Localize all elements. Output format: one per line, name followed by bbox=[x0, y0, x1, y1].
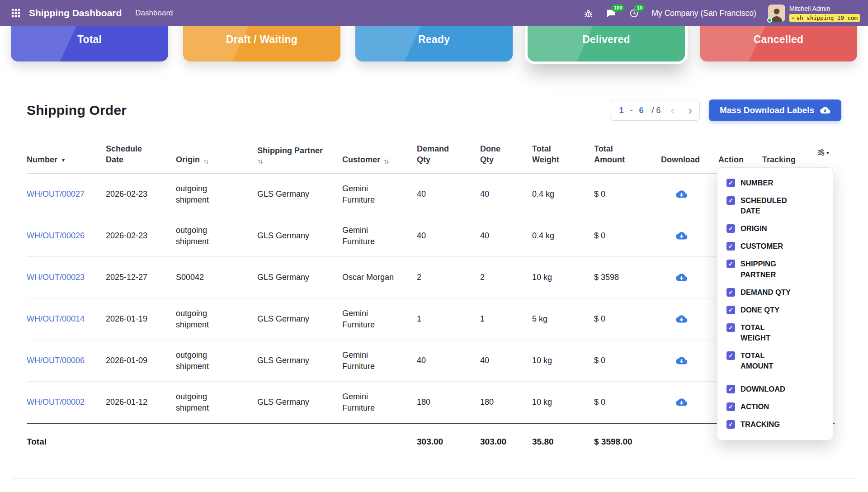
column-toggle-demand-qty[interactable]: ✓DEMAND QTY bbox=[717, 284, 833, 301]
total-demand-qty: 303.00 bbox=[417, 436, 480, 448]
table-row: WH/OUT/00014 2026-01-19 outgoing shipmen… bbox=[27, 298, 835, 340]
pager-total: / 6 bbox=[652, 106, 661, 115]
shipping-orders-table: Number▼ Schedule Date Origin Shipping Pa… bbox=[27, 134, 835, 459]
checkbox-checked-icon: ✓ bbox=[726, 323, 735, 332]
col-header-number[interactable]: Number▼ bbox=[27, 134, 106, 173]
column-toggle-done-qty[interactable]: ✓DONE QTY bbox=[717, 301, 833, 319]
cell-total-weight: 0.4 kg bbox=[532, 230, 594, 241]
order-number-link[interactable]: WH/OUT/00002 bbox=[27, 397, 85, 407]
cell-total-amount: $ 0 bbox=[594, 397, 661, 407]
cell-shipping-partner: GLS Germany bbox=[257, 272, 342, 283]
cell-total-weight: 10 kg bbox=[532, 355, 594, 366]
top-navbar: Shipping Dashboard Dashboard 100 10 My C… bbox=[0, 0, 868, 26]
col-header-schedule-date: Schedule Date bbox=[106, 134, 176, 173]
cell-shipping-partner: GLS Germany bbox=[257, 397, 342, 407]
download-label-button[interactable] bbox=[675, 270, 689, 284]
cell-total-amount: $ 0 bbox=[594, 355, 661, 366]
cell-demand-qty: 40 bbox=[417, 230, 480, 241]
checkbox-checked-icon: ✓ bbox=[726, 260, 735, 268]
sort-updown-icon bbox=[203, 158, 209, 165]
column-toggle-customer[interactable]: ✓CUSTOMER bbox=[717, 237, 833, 255]
apps-grid-icon[interactable] bbox=[8, 5, 24, 21]
checkbox-checked-icon: ✓ bbox=[726, 420, 735, 429]
cell-customer: Oscar Morgan bbox=[342, 272, 417, 283]
cell-demand-qty: 2 bbox=[417, 272, 480, 283]
cell-shipping-partner: GLS Germany bbox=[257, 355, 342, 366]
cell-origin: S00042 bbox=[176, 272, 257, 283]
checkbox-checked-icon: ✓ bbox=[726, 306, 735, 314]
page-title: Shipping Order bbox=[27, 103, 127, 118]
activities-clock-icon[interactable]: 10 bbox=[628, 8, 640, 19]
sort-updown-icon bbox=[383, 158, 390, 165]
cell-shipping-partner: GLS Germany bbox=[257, 313, 342, 324]
pager-dash: - bbox=[630, 106, 633, 115]
table-total-row: Total 303.00 303.00 35.80 $ 3598.00 bbox=[27, 423, 835, 459]
checkbox-checked-icon: ✓ bbox=[726, 385, 735, 393]
cell-total-weight: 10 kg bbox=[532, 397, 594, 407]
column-toggle-number[interactable]: ✓NUMBER bbox=[717, 174, 833, 192]
column-toggle-action[interactable]: ✓ACTION bbox=[717, 398, 833, 416]
cell-customer: Gemini Furniture bbox=[342, 391, 417, 413]
messages-icon[interactable]: 100 bbox=[605, 8, 617, 19]
order-number-link[interactable]: WH/OUT/00023 bbox=[27, 273, 85, 282]
download-label-button[interactable] bbox=[675, 312, 689, 326]
column-toggle-scheduled-date[interactable]: ✓SCHEDULED DATE bbox=[717, 192, 833, 220]
company-switcher[interactable]: My Company (San Francisco) bbox=[651, 9, 756, 18]
col-header-total-amount: Total Amount bbox=[594, 134, 661, 173]
order-number-link[interactable]: WH/OUT/00027 bbox=[27, 189, 85, 199]
table-row: WH/OUT/00002 2026-01-12 outgoing shipmen… bbox=[27, 382, 835, 423]
cell-total-amount: $ 3598 bbox=[594, 272, 661, 283]
download-label-button[interactable] bbox=[675, 354, 689, 368]
column-settings-icon[interactable]: ▾ bbox=[816, 148, 829, 165]
column-toggle-origin[interactable]: ✓ORIGIN bbox=[717, 220, 833, 237]
cell-customer: Gemini Furniture bbox=[342, 183, 417, 205]
pager-prev-button[interactable]: ‹ bbox=[667, 104, 679, 117]
column-toggle-total-amount[interactable]: ✓TOTAL AMOUNT bbox=[717, 347, 833, 375]
nav-dashboard[interactable]: Dashboard bbox=[135, 9, 173, 18]
col-header-customer[interactable]: Customer bbox=[342, 134, 417, 173]
col-header-origin[interactable]: Origin bbox=[176, 134, 257, 173]
cell-total-weight: 10 kg bbox=[532, 272, 594, 283]
order-number-link[interactable]: WH/OUT/00026 bbox=[27, 231, 85, 240]
order-number-link[interactable]: WH/OUT/00006 bbox=[27, 356, 85, 365]
column-toggle-total-weight[interactable]: ✓TOTAL WEIGHT bbox=[717, 319, 833, 347]
cell-schedule-date: 2026-01-12 bbox=[106, 397, 176, 407]
cell-schedule-date: 2025-12-27 bbox=[106, 272, 176, 283]
checkbox-checked-icon: ✓ bbox=[726, 288, 735, 297]
cell-done-qty: 40 bbox=[480, 355, 532, 366]
user-menu[interactable]: Mitchell Admin ≡sh_shipping_19_com bbox=[768, 5, 860, 22]
table-row: WH/OUT/00006 2026-01-09 outgoing shipmen… bbox=[27, 340, 835, 382]
download-label-button[interactable] bbox=[675, 395, 689, 409]
cell-total-amount: $ 0 bbox=[594, 189, 661, 199]
environment-badge: ≡sh_shipping_19_com bbox=[789, 14, 860, 22]
cell-demand-qty: 40 bbox=[417, 355, 480, 366]
avatar bbox=[768, 5, 785, 22]
footer-divider bbox=[11, 478, 857, 479]
status-cards: Total Draft / Waiting Ready Delivered Ca… bbox=[11, 26, 857, 62]
total-label: Total bbox=[27, 436, 106, 448]
pager-end[interactable]: 6 bbox=[639, 106, 644, 115]
column-toggle-tracking[interactable]: ✓TRACKING bbox=[717, 416, 833, 433]
messages-badge: 100 bbox=[611, 4, 624, 12]
cell-schedule-date: 2026-01-09 bbox=[106, 355, 176, 366]
order-number-link[interactable]: WH/OUT/00014 bbox=[27, 314, 85, 323]
pager-next-button[interactable]: › bbox=[684, 104, 696, 117]
download-label-button[interactable] bbox=[675, 187, 689, 201]
cell-done-qty: 1 bbox=[480, 313, 532, 324]
checkbox-checked-icon: ✓ bbox=[726, 224, 735, 233]
cell-total-amount: $ 0 bbox=[594, 313, 661, 324]
cell-customer: Gemini Furniture bbox=[342, 308, 417, 330]
cell-demand-qty: 1 bbox=[417, 313, 480, 324]
pager-start[interactable]: 1 bbox=[619, 106, 624, 115]
cell-done-qty: 180 bbox=[480, 397, 532, 407]
col-header-shipping-partner[interactable]: Shipping Partner bbox=[257, 134, 342, 173]
activities-badge: 10 bbox=[634, 4, 645, 12]
cell-shipping-partner: GLS Germany bbox=[257, 230, 342, 241]
column-toggle-shipping-partner[interactable]: ✓SHIPPING PARTNER bbox=[717, 255, 833, 283]
sort-desc-icon: ▼ bbox=[61, 157, 66, 165]
pager: 1 - 6 / 6 ‹ › bbox=[610, 100, 700, 121]
mass-download-labels-button[interactable]: Mass Download Labels bbox=[709, 99, 841, 121]
column-toggle-download[interactable]: ✓DOWNLOAD bbox=[717, 380, 833, 398]
debug-bug-icon[interactable] bbox=[583, 8, 594, 19]
download-label-button[interactable] bbox=[675, 229, 689, 243]
